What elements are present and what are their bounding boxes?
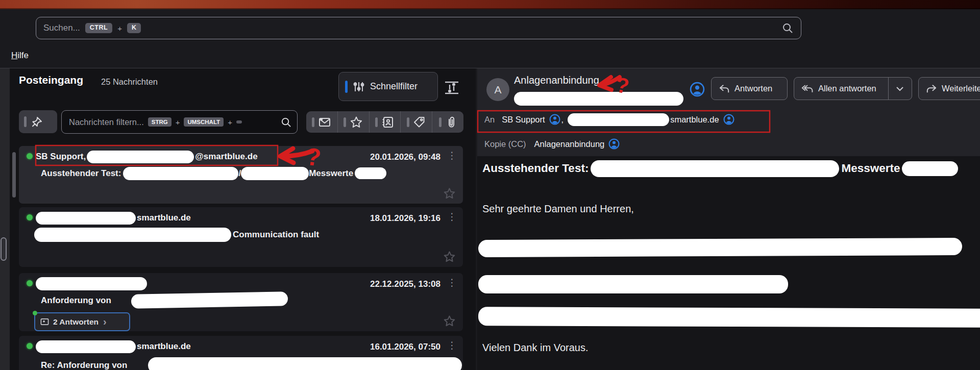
unread-dot[interactable] [27, 214, 33, 220]
star-toggle-icon[interactable] [443, 315, 456, 327]
reply-all-icon [801, 84, 814, 94]
folder-pane-splitter[interactable] [0, 68, 10, 370]
message-row-1[interactable]: SB Support, @smartblue.de 20.01.2026, 09… [19, 146, 463, 204]
message-subject-line: Anforderung von [41, 293, 111, 307]
message-date: 18.01.2026, 19:16 [370, 213, 440, 224]
message-sender-line: smartblue.de [36, 340, 191, 353]
redaction [36, 340, 136, 353]
pin-icon [31, 116, 43, 128]
list-scrollbar-thumb[interactable] [12, 152, 16, 198]
kbd-plus: + [228, 118, 232, 127]
unread-dot[interactable] [27, 280, 33, 286]
paperclip-icon [445, 116, 457, 129]
redaction [355, 167, 386, 179]
redaction [478, 275, 788, 293]
contact-person-icon[interactable] [690, 82, 705, 97]
search-placeholder: Suchen... [43, 23, 80, 33]
redaction [478, 307, 980, 328]
message-date: 20.01.2026, 09:48 [370, 152, 440, 162]
quickfilter-toggle-button[interactable]: Schnellfilter [338, 72, 438, 101]
forward-icon [926, 84, 937, 94]
thread-replies-button[interactable]: 2 Antworten › [34, 312, 130, 331]
kbd-ctrl: CTRL [85, 23, 112, 33]
kbd-umschalt: UMSCHALT [184, 117, 224, 127]
contact-person-icon[interactable] [549, 114, 560, 125]
message-row-4[interactable]: smartblue.de 16.01.2026, 07:50 ⋮ Re: Anf… [19, 336, 463, 370]
unread-dot[interactable] [27, 343, 33, 349]
filter-tags-button[interactable] [401, 111, 432, 133]
body-greeting: Sehr geehrte Damen und Herren, [482, 203, 634, 215]
redaction [902, 161, 958, 176]
contact-person-icon[interactable] [608, 138, 620, 150]
address-book-icon [381, 116, 394, 129]
kbd-plus: + [117, 24, 122, 33]
thunderbird-window: Suchen... CTRL + K Hilfe Posteingang 25 … [0, 0, 980, 370]
kbd-k: K [127, 23, 141, 33]
message-row-2[interactable]: smartblue.de 18.01.2026, 19:16 ⋮ Communi… [19, 207, 463, 267]
reply-icon [719, 84, 730, 94]
message-list-display-options-button[interactable] [443, 79, 460, 97]
filter-search-icon [280, 116, 292, 128]
filter-starred-button[interactable] [338, 111, 370, 133]
redaction [514, 92, 683, 106]
pin-quickfilter-button[interactable] [19, 110, 57, 133]
message-subject-line: Re: Anforderung von [41, 358, 127, 370]
message-sender-line: SB Support, @smartblue.de [36, 150, 258, 163]
message-reading-pane: A Anlagenanbindung Antworten Allen antwo… [477, 68, 980, 370]
folder-title: Posteingang [19, 74, 83, 86]
toggle-indicator [24, 116, 27, 127]
redaction [123, 167, 238, 180]
kebab-menu-icon[interactable]: ⋮ [447, 150, 457, 162]
redaction [241, 167, 309, 180]
sender-name: Anlagenanbindung [514, 75, 599, 86]
cc-recipient-row: Kopie (CC) Anlagenanbindung [484, 137, 620, 151]
redaction [87, 151, 194, 163]
quickfilter-label: Schnellfilter [370, 81, 418, 92]
message-date: 16.01.2026, 07:50 [370, 342, 440, 352]
star-toggle-icon[interactable] [443, 251, 456, 263]
filter-unread-button[interactable] [306, 111, 338, 133]
kbd-strg: STRG [148, 117, 172, 127]
reply-button[interactable]: Antworten [711, 77, 788, 100]
kebab-menu-icon[interactable]: ⋮ [447, 340, 457, 352]
message-list-pane: Posteingang 25 Nachrichten Schnellfilter [0, 68, 476, 370]
kbd-cut-key [236, 120, 242, 124]
chevron-right-icon: › [103, 316, 107, 328]
message-filter-input[interactable]: Nachrichten filtern... STRG + UMSCHALT + [61, 110, 298, 134]
message-date: 22.12.2025, 13:08 [370, 279, 440, 289]
sliders-icon [352, 80, 365, 93]
redaction [591, 160, 839, 177]
filter-contacts-button[interactable] [370, 111, 401, 133]
filter-placeholder: Nachrichten filtern... [69, 117, 144, 127]
star-icon [350, 116, 363, 129]
contact-person-icon[interactable] [723, 114, 734, 125]
unread-envelope-icon [318, 116, 331, 128]
redaction [36, 212, 136, 225]
menu-help[interactable]: Hilfe [11, 51, 29, 61]
redaction [148, 357, 462, 370]
message-sender-line: smartblue.de [36, 211, 191, 225]
sender-avatar: A [486, 78, 509, 101]
quickfilter-criteria-group [306, 111, 463, 133]
reply-all-button[interactable]: Allen antworten [794, 78, 884, 100]
unread-dot[interactable] [27, 153, 33, 159]
global-search-input[interactable]: Suchen... CTRL + K [36, 17, 801, 39]
message-subject-line: Ausstehender Test: / Messwerte [41, 166, 386, 180]
message-row-3[interactable]: 22.12.2025, 13:08 ⋮ Anforderung von 2 An… [19, 273, 463, 331]
star-toggle-icon[interactable] [443, 187, 456, 200]
to-recipient-row: An SB Support , smartblue.de [484, 112, 734, 127]
kbd-plus: + [176, 118, 180, 127]
reply-all-dropdown-button[interactable] [888, 78, 911, 100]
reply-all-split-button: Allen antworten [794, 77, 912, 100]
unread-reply-dot [33, 311, 37, 315]
quickfilter-active-indicator [345, 81, 348, 93]
filter-attachment-button[interactable] [432, 111, 463, 133]
redaction [478, 238, 962, 257]
splitter-grip[interactable] [1, 237, 7, 261]
message-subject: Ausstehender Test: Messwerte [482, 159, 958, 178]
message-sender-line [36, 277, 147, 290]
message-count: 25 Nachrichten [101, 77, 158, 87]
kebab-menu-icon[interactable]: ⋮ [447, 277, 457, 289]
forward-button[interactable]: Weiterleiten [918, 77, 980, 100]
kebab-menu-icon[interactable]: ⋮ [447, 211, 457, 223]
